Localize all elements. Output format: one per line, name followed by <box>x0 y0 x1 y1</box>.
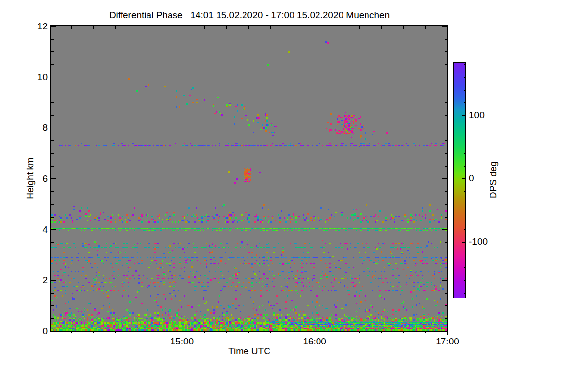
x-tick-bottom <box>160 331 161 333</box>
x-tick-bottom <box>71 331 72 333</box>
x-tick-top <box>226 26 227 29</box>
colorbar-tick-label: -100 <box>469 236 488 247</box>
x-tick-top <box>93 26 94 29</box>
x-tick-bottom <box>270 331 271 333</box>
x-tick-bottom <box>115 331 116 333</box>
colorbar-tick <box>464 141 466 141</box>
y-tick-right <box>445 102 447 103</box>
y-tick-left <box>51 26 56 27</box>
colorbar-tick <box>464 153 466 154</box>
colorbar-tick <box>464 64 466 65</box>
x-tick-top <box>381 26 382 29</box>
colorbar-tick <box>464 255 466 255</box>
y-tick-label: 4 <box>25 224 48 235</box>
y-tick-label: 10 <box>25 72 48 83</box>
y-tick-right <box>442 26 447 27</box>
radar-quicklook-page: Differential Phase 14:01 15.02.2020 - 17… <box>0 0 588 392</box>
y-tick-label: 6 <box>25 173 48 184</box>
colorbar-title: DPS deg <box>488 161 499 198</box>
colorbar-tick <box>464 267 466 268</box>
plot-area <box>50 25 448 332</box>
x-tick-bottom <box>93 331 94 333</box>
y-tick-right <box>445 153 447 154</box>
y-tick-right <box>442 280 447 281</box>
x-tick-top <box>270 26 271 29</box>
y-tick-left <box>51 280 56 281</box>
y-tick-right <box>445 140 447 141</box>
y-tick-left <box>51 331 56 332</box>
y-tick-right <box>445 64 447 65</box>
y-tick-left <box>51 51 54 52</box>
y-tick-right <box>445 268 447 269</box>
x-tick-bottom <box>138 331 139 333</box>
y-tick-right <box>442 77 447 78</box>
y-tick-left <box>51 90 54 91</box>
x-tick-bottom <box>337 331 338 333</box>
colorbar-tick <box>464 293 466 293</box>
y-tick-left <box>51 204 54 205</box>
y-tick-right <box>442 331 447 332</box>
y-tick-right <box>445 217 447 218</box>
x-tick-bottom <box>226 331 227 333</box>
y-tick-right <box>445 166 447 167</box>
y-tick-left <box>51 166 54 167</box>
y-tick-right <box>445 255 447 256</box>
x-tick-bottom <box>248 331 249 333</box>
x-tick-label: 15:00 <box>162 336 201 347</box>
y-tick-right <box>442 229 447 230</box>
x-tick-bottom <box>204 331 205 333</box>
colorbar <box>453 62 466 298</box>
colorbar-tick <box>464 217 466 217</box>
y-tick-right <box>442 178 447 179</box>
x-tick-bottom <box>425 331 426 333</box>
x-tick-label: 17:00 <box>428 336 467 347</box>
y-tick-right <box>445 191 447 192</box>
colorbar-tick <box>464 229 466 230</box>
y-tick-label: 12 <box>25 21 48 32</box>
x-tick-bottom <box>315 331 316 335</box>
y-tick-left <box>51 39 54 40</box>
y-tick-left <box>51 77 56 78</box>
y-tick-left <box>51 128 56 129</box>
y-tick-left <box>51 102 54 103</box>
y-tick-left <box>51 318 54 319</box>
y-tick-right <box>445 305 447 306</box>
y-tick-right <box>445 318 447 319</box>
x-tick-bottom <box>403 331 404 333</box>
y-tick-right <box>445 51 447 52</box>
y-tick-left <box>51 229 56 230</box>
chart-title: Differential Phase 14:01 15.02.2020 - 17… <box>50 10 448 21</box>
y-tick-left <box>51 191 54 192</box>
x-tick-top <box>138 26 139 29</box>
y-tick-left <box>51 153 54 154</box>
y-tick-label: 8 <box>25 122 48 133</box>
y-tick-left <box>51 268 54 269</box>
y-tick-left <box>51 140 54 141</box>
x-tick-bottom <box>359 331 360 333</box>
y-tick-right <box>442 128 447 129</box>
plot-frame <box>50 25 448 332</box>
y-tick-right <box>445 242 447 243</box>
y-tick-right <box>445 90 447 91</box>
y-tick-label: 0 <box>25 326 48 337</box>
y-tick-left <box>51 115 54 116</box>
y-tick-left <box>51 242 54 243</box>
colorbar-tick <box>462 115 466 116</box>
colorbar-tick-label: 0 <box>469 173 474 184</box>
x-tick-bottom <box>381 331 382 333</box>
x-tick-bottom <box>293 331 294 333</box>
x-tick-top <box>204 26 205 29</box>
y-tick-left <box>51 255 54 256</box>
x-tick-top <box>315 26 316 31</box>
x-tick-top <box>182 26 183 31</box>
x-tick-bottom <box>182 331 183 335</box>
x-tick-top <box>403 26 404 29</box>
y-tick-right <box>445 39 447 40</box>
colorbar-tick <box>464 204 466 204</box>
y-tick-left <box>51 217 54 218</box>
y-tick-right <box>445 293 447 294</box>
colorbar-tick <box>462 178 466 179</box>
y-tick-right <box>445 115 447 116</box>
y-tick-right <box>445 204 447 205</box>
x-axis-title: Time UTC <box>50 346 448 357</box>
